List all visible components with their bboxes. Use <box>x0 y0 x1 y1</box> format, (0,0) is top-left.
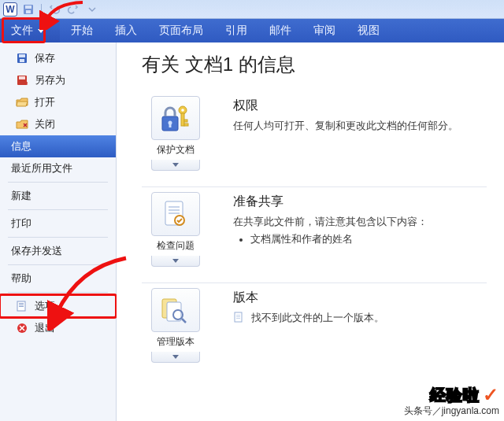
svg-rect-9 <box>19 303 24 304</box>
sidebar-item-label: 信息 <box>11 139 32 153</box>
svg-rect-22 <box>169 206 180 208</box>
svg-rect-24 <box>169 212 180 214</box>
permissions-body: 任何人均可打开、复制和更改此文档的任何部分。 <box>233 119 487 134</box>
section-permissions: 保护文档 权限 任何人均可打开、复制和更改此文档的任何部分。 <box>142 91 487 187</box>
sidebar-item-exit[interactable]: 退出 <box>0 317 116 339</box>
section-prepare-share: 检查问题 准备共享 在共享此文件前，请注意其包含以下内容： 文档属性和作者的姓名 <box>142 187 487 283</box>
sidebar-item-label: 保存 <box>35 51 55 65</box>
protect-document-button[interactable]: 保护文档 <box>142 96 209 171</box>
permissions-heading: 权限 <box>233 98 487 114</box>
tab-label: 审阅 <box>313 24 335 38</box>
redo-qat-icon[interactable] <box>65 2 81 17</box>
save-qat-icon[interactable] <box>20 2 36 17</box>
sidebar-item-label: 帮助 <box>11 271 32 286</box>
inspect-document-dropdown[interactable] <box>151 256 200 267</box>
prepare-share-list: 文档属性和作者的姓名 <box>233 233 487 246</box>
sidebar-item-save[interactable]: 保存 <box>0 47 116 69</box>
checkmark-icon: ✓ <box>483 384 499 406</box>
chevron-down-icon <box>38 29 44 33</box>
svg-rect-5 <box>20 59 24 62</box>
sidebar-item-label: 另存为 <box>35 73 65 87</box>
svg-rect-7 <box>19 76 25 79</box>
sidebar-item-label: 打开 <box>35 95 55 109</box>
prepare-share-body: 在共享此文件前，请注意其包含以下内容： <box>233 215 487 230</box>
tab-insert[interactable]: 插入 <box>104 19 148 42</box>
qat-customize-icon[interactable] <box>84 2 100 17</box>
tab-layout[interactable]: 页面布局 <box>148 19 214 42</box>
sidebar-item-label: 保存并发送 <box>11 244 62 258</box>
sidebar-item-help[interactable]: 帮助 <box>0 268 116 290</box>
inspect-doc-icon <box>159 198 192 230</box>
inspect-document-button[interactable]: 检查问题 <box>142 192 209 267</box>
sidebar-item-label: 新建 <box>11 189 32 203</box>
svg-rect-1 <box>25 6 32 9</box>
versions-heading: 版本 <box>233 290 487 306</box>
close-folder-icon <box>16 118 28 131</box>
sidebar-item-recent[interactable]: 最近所用文件 <box>0 157 116 179</box>
prepare-share-heading: 准备共享 <box>233 194 487 210</box>
sidebar-item-label: 打印 <box>11 216 32 231</box>
saveas-icon <box>16 74 28 87</box>
lock-key-icon <box>159 102 192 134</box>
sidebar-separator <box>8 264 108 265</box>
versions-body: 找不到此文件的上一个版本。 <box>233 311 487 326</box>
title-bar: W <box>0 0 504 19</box>
svg-rect-2 <box>26 10 31 13</box>
watermark: 经验啦✓ 头条号／jingyanla.com <box>404 384 499 418</box>
svg-rect-23 <box>169 209 180 211</box>
versions-body-text: 找不到此文件的上一个版本。 <box>251 312 384 323</box>
open-folder-icon <box>16 96 28 109</box>
undo-qat-icon[interactable] <box>46 2 62 17</box>
tab-home[interactable]: 开始 <box>60 19 104 42</box>
watermark-url: 头条号／jingyanla.com <box>404 404 499 418</box>
manage-versions-dropdown[interactable] <box>151 352 200 363</box>
sidebar-item-open[interactable]: 打开 <box>0 91 116 113</box>
tab-ref[interactable]: 引用 <box>214 19 258 42</box>
word-app-icon: W <box>3 2 17 17</box>
svg-rect-18 <box>181 113 184 126</box>
tab-file[interactable]: 文件 <box>0 19 60 42</box>
svg-rect-15 <box>169 124 172 127</box>
svg-point-17 <box>181 109 184 112</box>
svg-rect-19 <box>184 120 187 122</box>
sidebar-separator <box>8 209 108 210</box>
svg-rect-31 <box>236 316 240 317</box>
tab-view[interactable]: 视图 <box>346 19 391 42</box>
sidebar-item-label: 选项 <box>35 299 55 313</box>
sidebar-separator <box>8 182 108 183</box>
versions-icon <box>159 294 192 326</box>
manage-versions-label: 管理版本 <box>157 335 195 349</box>
sidebar-item-close[interactable]: 关闭 <box>0 113 116 135</box>
protect-document-dropdown[interactable] <box>151 160 200 171</box>
sidebar-item-label: 最近所用文件 <box>11 161 72 175</box>
sidebar-item-info[interactable]: 信息 <box>0 135 116 157</box>
tab-mail[interactable]: 邮件 <box>258 19 302 42</box>
inspect-document-label: 检查问题 <box>157 239 195 253</box>
tab-label: 引用 <box>225 24 247 38</box>
sidebar-separator <box>8 292 108 293</box>
sidebar-item-options[interactable]: 选项 <box>0 295 116 317</box>
sidebar-item-new[interactable]: 新建 <box>0 185 116 207</box>
qat-separator <box>41 4 42 15</box>
ribbon-tabs: 文件 开始 插入 页面布局 引用 邮件 审阅 视图 <box>0 19 504 42</box>
svg-rect-20 <box>184 124 188 126</box>
exit-icon <box>16 322 28 334</box>
prepare-share-item: 文档属性和作者的姓名 <box>250 233 487 246</box>
sidebar-item-print[interactable]: 打印 <box>0 212 116 235</box>
page-title: 有关 文档1 的信息 <box>142 52 487 77</box>
manage-versions-button[interactable]: 管理版本 <box>142 288 209 363</box>
tab-label: 插入 <box>115 24 137 38</box>
backstage-content: 有关 文档1 的信息 保护文档 权限 任何人均可打开、复制和更改此文档 <box>117 42 504 421</box>
svg-rect-10 <box>19 305 24 305</box>
tab-review[interactable]: 审阅 <box>302 19 346 42</box>
save-icon <box>16 52 28 65</box>
tab-label: 邮件 <box>269 24 291 38</box>
options-icon <box>16 300 28 312</box>
sidebar-item-sharesend[interactable]: 保存并发送 <box>0 240 116 262</box>
backstage-body: 保存 另存为 打开 关闭 信息 最近所用文件 新建 打印 保存并发送 帮助 <box>0 42 504 421</box>
sidebar-item-label: 退出 <box>35 321 55 335</box>
sidebar-item-saveas[interactable]: 另存为 <box>0 69 116 91</box>
backstage-sidebar: 保存 另存为 打开 关闭 信息 最近所用文件 新建 打印 保存并发送 帮助 <box>0 42 117 421</box>
tab-label: 视图 <box>358 24 380 38</box>
svg-rect-11 <box>19 306 24 307</box>
